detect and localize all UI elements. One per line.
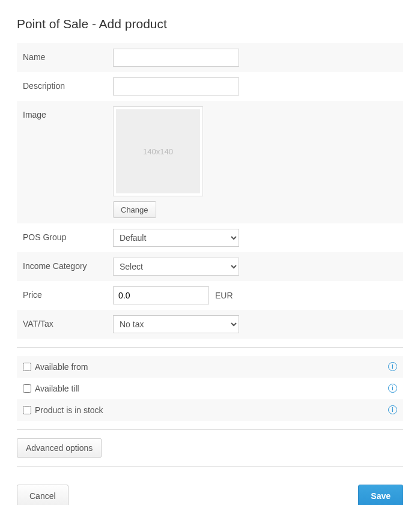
income-category-row: Income Category Select <box>17 252 403 281</box>
in-stock-row: Product is in stock i <box>17 399 403 421</box>
vat-select[interactable]: No tax <box>113 315 239 333</box>
income-category-select[interactable]: Select <box>113 258 239 276</box>
in-stock-label: Product is in stock <box>35 405 103 415</box>
info-icon[interactable]: i <box>388 405 397 414</box>
advanced-options-button[interactable]: Advanced options <box>17 438 102 458</box>
info-icon[interactable]: i <box>388 384 397 393</box>
price-row: Price EUR <box>17 281 403 310</box>
page-title: Point of Sale - Add product <box>17 17 403 31</box>
divider <box>17 347 403 348</box>
vat-label: VAT/Tax <box>23 315 113 328</box>
vat-row: VAT/Tax No tax <box>17 310 403 339</box>
description-input[interactable] <box>113 77 239 95</box>
available-from-row: Available from i <box>17 356 403 378</box>
price-input[interactable] <box>113 286 209 304</box>
footer: Cancel Save <box>17 485 403 505</box>
pos-group-label: POS Group <box>23 229 113 242</box>
pos-group-row: POS Group Default <box>17 223 403 252</box>
info-icon[interactable]: i <box>388 362 397 371</box>
description-label: Description <box>23 77 113 91</box>
image-placeholder: 140x140 <box>116 109 200 193</box>
price-label: Price <box>23 286 113 300</box>
cancel-button[interactable]: Cancel <box>17 485 68 505</box>
description-row: Description <box>17 72 403 101</box>
income-category-label: Income Category <box>23 258 113 271</box>
divider <box>17 466 403 467</box>
image-preview: 140x140 <box>113 106 203 196</box>
image-label: Image <box>23 106 113 119</box>
in-stock-checkbox[interactable] <box>23 406 31 414</box>
available-till-row: Available till i <box>17 378 403 399</box>
available-till-checkbox[interactable] <box>23 384 31 393</box>
name-label: Name <box>23 49 113 62</box>
name-row: Name <box>17 43 403 72</box>
available-till-label: Available till <box>35 384 79 393</box>
change-image-button[interactable]: Change <box>113 201 156 218</box>
save-button[interactable]: Save <box>358 485 403 505</box>
currency-label: EUR <box>215 291 233 300</box>
pos-group-select[interactable]: Default <box>113 229 239 247</box>
available-from-checkbox[interactable] <box>23 363 31 371</box>
divider <box>17 429 403 430</box>
name-input[interactable] <box>113 49 239 67</box>
image-row: Image 140x140 Change <box>17 101 403 223</box>
available-from-label: Available from <box>35 362 88 372</box>
